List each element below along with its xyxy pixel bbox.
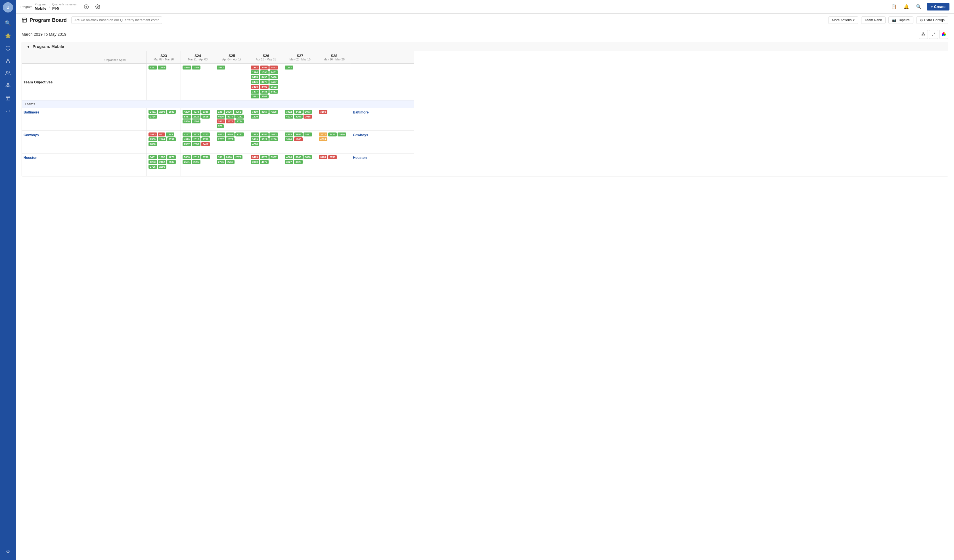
chip[interactable]: 5383: [182, 155, 191, 159]
chip[interactable]: 3481: [270, 90, 278, 93]
chip[interactable]: 2730: [201, 155, 210, 159]
chip[interactable]: 3890: [304, 155, 312, 159]
chip[interactable]: 4208: [251, 142, 259, 146]
chip[interactable]: 3419: [251, 110, 259, 114]
chip[interactable]: 3421: [294, 110, 303, 114]
chip[interactable]: 3496: [270, 75, 278, 79]
chip[interactable]: 1455: [182, 65, 191, 70]
qi-name[interactable]: PI-5: [52, 6, 77, 11]
chip[interactable]: 4023: [270, 132, 278, 137]
board-container[interactable]: ▼ Program: Mobile Unplanned Sprint S23 M…: [16, 42, 954, 560]
chip[interactable]: 2737: [167, 137, 176, 141]
chip[interactable]: 3417: [319, 132, 327, 137]
program-name[interactable]: Mobile: [35, 6, 46, 11]
sidebar-item-board[interactable]: [2, 92, 14, 104]
chip[interactable]: 3422: [328, 132, 337, 137]
settings-icon[interactable]: [93, 2, 102, 11]
chip[interactable]: 3561: [251, 95, 259, 98]
chip[interactable]: 4052: [234, 110, 242, 114]
sidebar-item-settings[interactable]: ⚙: [2, 546, 14, 557]
chip[interactable]: 2816: [192, 155, 201, 159]
sidebar-item-hierarchy[interactable]: [2, 80, 14, 91]
chip[interactable]: 3476: [251, 80, 259, 84]
chip[interactable]: 3957: [260, 110, 269, 114]
chip[interactable]: 2725: [148, 165, 157, 169]
chip[interactable]: 2766: [226, 160, 235, 164]
chip[interactable]: 2506: [158, 110, 167, 114]
chip[interactable]: 2736: [217, 160, 225, 164]
chip[interactable]: 4177: [260, 160, 269, 164]
chip[interactable]: 2626: [224, 155, 233, 159]
board-search-input[interactable]: [71, 16, 162, 24]
chip[interactable]: 3502: [260, 95, 269, 98]
chip[interactable]: 3429: [251, 155, 259, 159]
chip[interactable]: 2594: [192, 120, 201, 123]
chip[interactable]: 3166: [319, 110, 327, 114]
chip[interactable]: 2417: [201, 142, 210, 146]
chip[interactable]: 3495: [251, 75, 259, 79]
chip[interactable]: 2965: [304, 115, 312, 118]
chip[interactable]: 2734: [235, 120, 244, 123]
chip[interactable]: 1243: [166, 132, 174, 137]
chip[interactable]: 861: [158, 132, 165, 137]
chip[interactable]: 1461: [270, 70, 278, 74]
team-houston-label[interactable]: Houston: [22, 154, 84, 176]
chip[interactable]: 2696: [158, 165, 167, 169]
chip[interactable]: 3965: [294, 155, 303, 159]
bell-icon[interactable]: 🔔: [902, 2, 911, 11]
hierarchy-view-icon[interactable]: [919, 30, 928, 39]
chip[interactable]: 3973: [148, 132, 157, 137]
chip[interactable]: 3502: [270, 85, 278, 89]
chip[interactable]: 3872: [260, 155, 269, 159]
chip[interactable]: 4353: [285, 132, 293, 137]
chip[interactable]: 3493: [270, 65, 278, 70]
chip[interactable]: 1080: [294, 137, 303, 141]
chip[interactable]: 1963: [251, 132, 259, 137]
chip[interactable]: 5387: [182, 115, 191, 118]
chip[interactable]: 3422: [285, 110, 293, 114]
chip[interactable]: 1394: [251, 70, 259, 74]
chip[interactable]: 2732: [201, 137, 210, 141]
chip[interactable]: 2729: [192, 115, 201, 118]
chip[interactable]: 4208: [270, 110, 278, 114]
chip[interactable]: 1231: [235, 132, 244, 137]
team-cowboys-label[interactable]: Cowboys: [22, 131, 84, 154]
color-wheel-icon[interactable]: [939, 30, 948, 39]
chip[interactable]: 3498: [251, 85, 259, 89]
chip[interactable]: 4187: [182, 132, 191, 137]
chip[interactable]: 2461: [148, 110, 157, 114]
chip[interactable]: 2737: [217, 137, 225, 141]
chip[interactable]: 4266: [270, 137, 278, 141]
chip[interactable]: 2462: [158, 160, 167, 164]
create-button[interactable]: + Create: [927, 3, 949, 11]
chip[interactable]: 3498: [260, 85, 269, 89]
chip[interactable]: 3928: [294, 160, 303, 164]
chip[interactable]: 1457: [251, 65, 259, 70]
team-baltimore-label-right[interactable]: Baltimore: [351, 108, 414, 131]
chip[interactable]: 136: [217, 110, 224, 114]
chip[interactable]: 4379: [182, 137, 191, 141]
chip[interactable]: 2595: [192, 160, 201, 164]
chip[interactable]: 3476: [260, 80, 269, 84]
chip[interactable]: 4266: [285, 155, 293, 159]
chip[interactable]: 1456: [192, 65, 201, 70]
chip[interactable]: 3973: [304, 110, 312, 114]
chip[interactable]: 2675: [234, 155, 242, 159]
chip[interactable]: 3562: [217, 65, 225, 70]
chip[interactable]: 2553: [192, 142, 201, 146]
chip[interactable]: 2464: [158, 137, 167, 141]
chip[interactable]: 4281: [226, 132, 235, 137]
chip[interactable]: 2818: [192, 137, 201, 141]
team-houston-label-right[interactable]: Houston: [351, 154, 414, 176]
chip[interactable]: 2626: [224, 110, 233, 114]
chip[interactable]: 2550: [182, 120, 191, 123]
chip[interactable]: 1229: [251, 115, 259, 118]
chip[interactable]: 1252: [158, 155, 167, 159]
sidebar-item-reports[interactable]: [2, 105, 14, 116]
chip[interactable]: 3529: [260, 137, 269, 141]
chip[interactable]: 2815: [201, 115, 210, 118]
chip[interactable]: 136: [217, 155, 224, 159]
chip[interactable]: 2677: [226, 137, 235, 141]
chip[interactable]: 4052: [217, 132, 225, 137]
chip[interactable]: 3481: [260, 90, 269, 93]
